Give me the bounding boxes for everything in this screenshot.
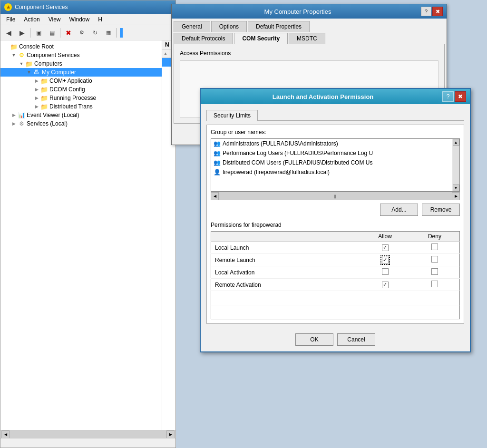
tree-item-console-root[interactable]: 📁 Console Root (0, 42, 162, 51)
users-hscroll-track: ▮ (219, 192, 452, 200)
expander-com-apps[interactable]: ▶ (33, 77, 40, 85)
hscroll-left[interactable]: ◀ (1, 430, 10, 438)
menu-file[interactable]: File (2, 15, 19, 24)
my-computer-close-button[interactable]: ✖ (432, 7, 443, 16)
user-item-administrators[interactable]: 👥 Administrators (FULLRADIUS\Administrat… (211, 139, 452, 148)
expander-running-processes[interactable]: ▶ (33, 94, 40, 102)
tree-label-console-root: Console Root (19, 43, 54, 50)
users-hscroll-right[interactable]: ▶ (452, 192, 460, 200)
tree-item-component-services[interactable]: ▼ ⚙ Component Services (0, 51, 162, 59)
user-item-firepowerad[interactable]: 👤 firepowerad (firepowerad@fullradius.lo… (211, 167, 452, 177)
forward-button[interactable]: ▶ (16, 27, 28, 39)
permission-row-remote-activation: Remote Activation ✓ (211, 279, 460, 291)
permission-deny-header: Deny (410, 232, 460, 242)
expander-event-viewer[interactable]: ▶ (10, 111, 18, 119)
launch-dialog-footer: OK Cancel (201, 330, 470, 351)
permission-deny-local-activation[interactable] (410, 266, 460, 279)
checkbox-allow-local-launch[interactable]: ✓ (382, 244, 389, 251)
toolbar-sep3 (117, 28, 117, 38)
expander-dcom-config[interactable]: ▶ (33, 86, 40, 93)
tree-label-com-apps: COM+ Applicatio (49, 78, 92, 84)
tab-com-security[interactable]: COM Security (234, 33, 288, 44)
scroll-down-arrow[interactable]: ▼ (453, 185, 459, 191)
export-button[interactable]: ▦ (102, 27, 115, 39)
show-hide-console[interactable]: ▣ (32, 27, 45, 39)
permission-allow-local-activation[interactable] (360, 266, 410, 279)
expander-computers[interactable]: ▼ (18, 60, 25, 68)
launch-cancel-button[interactable]: Cancel (337, 333, 375, 346)
users-list[interactable]: 👥 Administrators (FULLRADIUS\Administrat… (211, 138, 460, 192)
permission-row-remote-launch: Remote Launch ✓ (211, 254, 460, 266)
mmc-title-icon: ★ (4, 3, 12, 11)
properties-button[interactable]: ⚙ (76, 27, 88, 39)
user-item-perf-log[interactable]: 👥 Performance Log Users (FULLRADIUS\Perf… (211, 148, 452, 158)
tree-item-com-applications[interactable]: ▶ 📁 COM+ Applicatio (0, 77, 162, 85)
mmc-statusbar (0, 438, 175, 448)
expander-my-computer[interactable]: ▼ (25, 68, 33, 76)
tab-default-properties[interactable]: Default Properties (248, 21, 310, 32)
tree-pane[interactable]: 📁 Console Root ▼ ⚙ Component Services ▼ … (0, 40, 162, 430)
tab-options[interactable]: Options (211, 21, 247, 32)
permission-deny-remote-launch[interactable] (410, 254, 460, 266)
favorites-button[interactable]: ▤ (46, 27, 58, 39)
expander-component-services[interactable]: ▼ (10, 51, 18, 59)
checkbox-allow-remote-launch[interactable]: ✓ (382, 257, 389, 263)
mmc-hscrollbar[interactable]: ◀ ▶ (0, 430, 175, 438)
checkbox-allow-remote-activation[interactable]: ✓ (382, 282, 389, 288)
refresh-button[interactable]: ↻ (89, 27, 101, 39)
scroll-thumb-area[interactable] (453, 146, 459, 185)
tree-label-services-local: Services (Local) (27, 120, 68, 127)
permission-allow-local-launch[interactable]: ✓ (360, 242, 410, 254)
checkbox-deny-remote-activation[interactable] (431, 281, 438, 287)
mmc-title-text: Component Services (15, 4, 172, 10)
tab-general[interactable]: General (174, 21, 210, 32)
tree-item-dcom-config[interactable]: ▶ 📁 DCOM Config (0, 85, 162, 94)
delete-button[interactable]: ✖ (62, 27, 75, 39)
add-button[interactable]: Add... (380, 204, 418, 216)
users-scrollbar[interactable]: ▲ ▼ (452, 139, 459, 191)
tree-item-running-processes[interactable]: ▶ 📁 Running Processe (0, 94, 162, 102)
toolbar-accent (120, 28, 123, 38)
permission-deny-local-launch[interactable] (410, 242, 460, 254)
expander-distributed-trans[interactable]: ▶ (33, 103, 40, 110)
expander-services-local[interactable]: ▶ (10, 120, 18, 127)
tree-item-my-computer[interactable]: ▼ 🖶 My Computer (0, 68, 162, 77)
my-computer-help-button[interactable]: ? (421, 7, 431, 16)
permission-deny-remote-activation[interactable] (410, 279, 460, 291)
permission-deny-empty1 (410, 291, 460, 305)
hscroll-right[interactable]: ▶ (166, 430, 175, 438)
users-list-container: 👥 Administrators (FULLRADIUS\Administrat… (211, 138, 460, 200)
launch-help-button[interactable]: ? (442, 91, 454, 102)
menu-window[interactable]: Window (66, 15, 94, 24)
hscroll-track (10, 430, 166, 438)
tree-item-computers[interactable]: ▼ 📁 Computers (0, 59, 162, 68)
launch-ok-button[interactable]: OK (295, 333, 333, 346)
right-col-icon: ▲ (163, 51, 168, 56)
tab-security-limits[interactable]: Security Limits (206, 110, 258, 121)
checkbox-deny-remote-launch[interactable] (431, 256, 438, 263)
tab-msdtc[interactable]: MSDTC (289, 33, 325, 44)
checkbox-allow-local-activation[interactable] (382, 268, 389, 275)
tree-item-distributed-trans[interactable]: ▶ 📁 Distributed Trans (0, 102, 162, 111)
users-list-inner: 👥 Administrators (FULLRADIUS\Administrat… (211, 139, 459, 177)
menu-view[interactable]: View (45, 15, 65, 24)
remove-button[interactable]: Remove (422, 204, 460, 216)
users-hscrollbar[interactable]: ◀ ▮ ▶ (211, 192, 460, 200)
tree-item-event-viewer[interactable]: ▶ 📊 Event Viewer (Local) (0, 111, 162, 119)
tree-item-services-local[interactable]: ▶ ⚙ Services (Local) (0, 119, 162, 128)
launch-dialog-content: Security Limits Group or user names: 👥 A… (201, 104, 470, 330)
launch-close-button[interactable]: ✖ (455, 91, 466, 102)
menu-action[interactable]: Action (20, 15, 43, 24)
expander-console-root[interactable] (2, 43, 10, 50)
tab-default-protocols[interactable]: Default Protocols (174, 33, 233, 44)
checkbox-deny-local-activation[interactable] (431, 268, 438, 275)
folder-icon-dcom-config: 📁 (40, 86, 48, 93)
users-hscroll-left[interactable]: ◀ (211, 192, 219, 200)
back-button[interactable]: ◀ (2, 27, 15, 39)
scroll-up-arrow[interactable]: ▲ (453, 139, 459, 146)
permission-allow-remote-activation[interactable]: ✓ (360, 279, 410, 291)
menu-help[interactable]: H (94, 15, 106, 24)
permission-allow-remote-launch[interactable]: ✓ (360, 254, 410, 266)
checkbox-deny-local-launch[interactable] (431, 243, 438, 250)
user-item-dcom-users[interactable]: 👥 Distributed COM Users (FULLRADIUS\Dist… (211, 158, 452, 167)
